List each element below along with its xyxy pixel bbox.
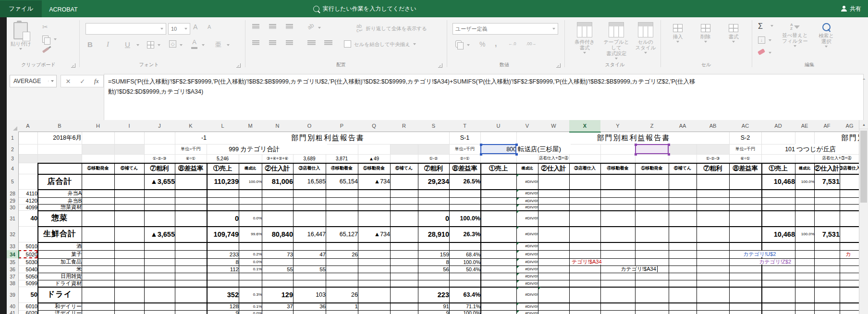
autosum-dropdown[interactable] (770, 25, 773, 27)
cell-L36[interactable]: 112 (207, 266, 241, 273)
row-header-3[interactable]: 3 (7, 154, 19, 163)
borders-dropdown[interactable] (158, 44, 160, 46)
cell-L35[interactable]: 8 (207, 258, 241, 266)
font-name-combo[interactable] (86, 23, 166, 35)
column-header-O[interactable]: O (293, 120, 326, 132)
cell-O4[interactable]: ③店着仕入 (293, 163, 326, 174)
column-header-X[interactable]: X (569, 120, 601, 133)
font-color-dropdown[interactable] (202, 44, 205, 46)
cell-AE4[interactable]: 構成比 (795, 163, 814, 174)
column-header-U[interactable]: U (480, 120, 517, 132)
cell-P34[interactable]: 26 (326, 250, 360, 258)
cell-AE2[interactable]: つつじが丘店 (795, 144, 859, 154)
cell-J32[interactable]: ▲3,655 (144, 226, 177, 242)
orientation-dropdown[interactable] (318, 27, 321, 29)
row-header-30[interactable]: 30 (7, 204, 19, 211)
cell-AD32[interactable]: 10,468 (761, 226, 797, 242)
format-cells-button[interactable]: 書式 (722, 24, 745, 43)
column-header-S[interactable]: S (418, 120, 450, 132)
cell-V32[interactable]: #DIV/0! (516, 226, 539, 242)
clear-dropdown[interactable] (769, 52, 771, 54)
scroll-up-icon[interactable]: ▲ (859, 120, 868, 129)
cell-AE5[interactable]: 100.0% (795, 174, 816, 189)
column-header-J[interactable]: J (144, 120, 175, 132)
cell-B33[interactable]: 酒 (37, 242, 84, 250)
cell-T4[interactable]: ⑧差益率 (449, 163, 480, 174)
cell-O5[interactable]: 16,585 (293, 174, 328, 189)
column-header-AB[interactable]: AB (697, 120, 730, 132)
cell-AC4[interactable]: ⑧差益率 (729, 163, 761, 174)
column-header-I[interactable]: I (114, 120, 145, 132)
cell-AF3[interactable]: 店着仕入+③+④ (814, 154, 859, 163)
cell-O32[interactable]: 16,447 (293, 226, 328, 242)
cell-B39[interactable]: ドライ (37, 287, 82, 302)
wrap-text-button[interactable]: abc↵ 折り返して全体を表示する (356, 24, 427, 33)
column-header-H[interactable]: H (82, 120, 115, 132)
worksheet-grid[interactable]: 2018年6月-1部門別粗利益報告書S-1部門別粗利益報告書S-2部門別粗利益報… (7, 120, 859, 314)
italic-button[interactable]: I (107, 40, 109, 48)
scrollbar-thumb[interactable] (860, 131, 867, 203)
grow-font-button[interactable]: A (193, 23, 197, 31)
cell-A37[interactable]: 5050 (18, 273, 40, 280)
align-top-button[interactable] (252, 24, 259, 29)
cell-M35[interactable]: 0.0% (239, 258, 263, 266)
share-button[interactable]: 共有 (841, 0, 861, 17)
borders-button[interactable] (147, 41, 154, 48)
percent-style-button[interactable]: % (479, 40, 485, 48)
cell-B38[interactable]: ドライ資材 (37, 280, 84, 287)
cell-O40[interactable]: 36 (293, 302, 328, 310)
column-header-M[interactable]: M (239, 120, 262, 132)
cell-P3[interactable]: 3,871 (326, 154, 358, 163)
cell-L39[interactable]: 352 (207, 287, 241, 302)
column-header-Q[interactable]: Q (358, 120, 391, 132)
cell-W4[interactable]: ②仕入計 (538, 163, 569, 174)
cell-AG4[interactable]: ③店着仕入 (840, 163, 859, 174)
fill-color-dropdown[interactable] (180, 44, 183, 46)
cell-L2[interactable]: 999 (207, 144, 241, 154)
phonetic-dropdown[interactable] (227, 44, 230, 46)
cell-N39[interactable]: 129 (262, 287, 295, 302)
cell-O34[interactable]: 47 (293, 250, 328, 258)
cell-N3[interactable]: ③+④+⑤+⑥ (262, 154, 293, 163)
cell-AD2[interactable]: 101 (761, 144, 797, 154)
row-header-33[interactable]: 33 (7, 242, 19, 251)
column-header-AC[interactable]: AC (729, 120, 762, 132)
cell-V34[interactable]: #DIV/0! (516, 250, 539, 258)
number-format-combo[interactable]: ユーザー定義 (452, 23, 558, 35)
cell-Q3[interactable]: ▲49 (358, 154, 390, 163)
row-header-29[interactable]: 29 (7, 197, 19, 205)
cell-J5[interactable]: ▲3,655 (144, 174, 177, 189)
cell-A38[interactable]: 5099 (18, 280, 40, 287)
cell-B5[interactable]: 店合計 (37, 174, 82, 189)
copy-dropdown[interactable] (54, 38, 57, 40)
cell-V5[interactable]: #DIV/0! (516, 174, 539, 189)
column-header-T[interactable]: T (449, 120, 481, 132)
cell-AA4[interactable]: ⑥補てん (669, 163, 697, 174)
formula-bar-collapse-icon[interactable]: ⌃ (862, 78, 866, 83)
cell-S35[interactable]: 8 (418, 258, 452, 266)
delete-cells-button[interactable]: 削除 (695, 24, 717, 43)
column-header-AA[interactable]: AA (669, 120, 697, 132)
cell-V40[interactable]: #DIV/0! (516, 302, 539, 310)
cell-V36[interactable]: #DIV/0! (516, 266, 539, 273)
cell-Z4[interactable]: ⑤移動発金 (635, 163, 669, 174)
cell-AF32[interactable]: 7,531 (814, 226, 842, 242)
row-header-41[interactable]: 41 (7, 310, 19, 314)
row-header-35[interactable]: 35 (7, 258, 19, 266)
cell-AD4[interactable]: ①売上 (761, 163, 795, 174)
clear-button[interactable] (758, 50, 765, 54)
find-select-button[interactable]: 検索と 選択 (814, 23, 839, 48)
underline-dropdown[interactable] (136, 44, 139, 46)
column-header-N[interactable]: N (262, 120, 293, 132)
paste-dropdown-arrow[interactable] (19, 48, 22, 50)
cell-M2[interactable]: カテゴリ合計 (239, 144, 327, 154)
cell-Q32[interactable]: ▲734 (358, 226, 392, 242)
name-box-dropdown-arrow[interactable] (51, 80, 54, 82)
increase-decimal-button[interactable]: ←.0 (508, 41, 516, 46)
alignment-dialog-launcher[interactable] (438, 63, 442, 68)
cell-B30[interactable]: 惣菜資材 (37, 204, 84, 210)
tell-me-search[interactable]: 実行したい作業を入力してください (313, 0, 416, 17)
row-header-40[interactable]: 40 (7, 302, 19, 311)
cell-A40[interactable]: 6010 (18, 302, 40, 310)
decrease-indent-button[interactable] (307, 40, 316, 46)
